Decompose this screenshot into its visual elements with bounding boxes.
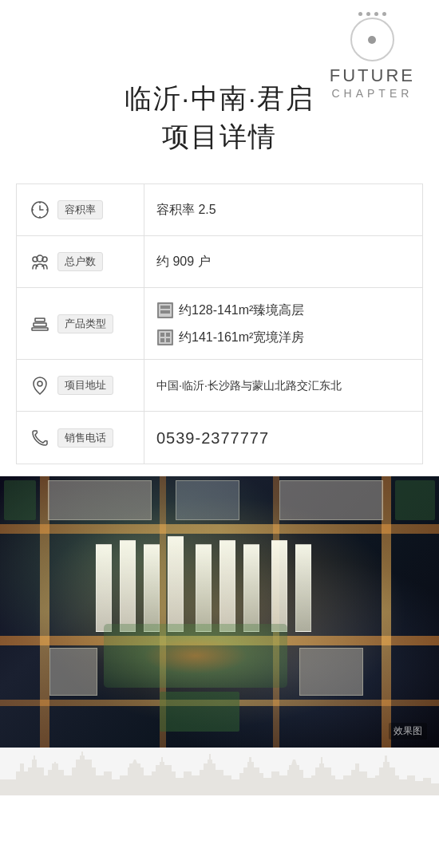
chapter-text: CHAPTER [330,86,415,102]
plot-ratio-icon [29,199,51,221]
building-block-3 [279,480,383,520]
svg-rect-9 [34,323,46,326]
svg-rect-17 [160,333,164,337]
info-row-plot-ratio: 容积率 容积率 2.5 [17,184,422,236]
svg-rect-19 [160,338,164,342]
tower-1 [96,544,112,632]
info-value-product-type: 约128-141m²臻境高层 约141-161m²宽境洋房 [144,288,422,359]
product-value-1: 约128-141m²臻境高层 [179,300,304,321]
info-row-phone: 销售电话 0539-2377777 [17,412,422,464]
svg-point-21 [38,381,42,386]
info-label-household: 总户数 [17,236,144,287]
product-value-2: 约141-161m²宽境洋房 [179,327,304,348]
phone-value: 0539-2377777 [156,425,410,451]
logo-dot-2 [366,12,370,16]
info-row-household: 总户数 约 909 户 [17,236,422,288]
svg-rect-8 [32,328,48,330]
aerial-image-section: 效果图 [0,476,439,748]
info-label-plot-ratio: 容积率 [17,184,144,235]
address-icon [29,374,51,397]
svg-rect-18 [166,333,170,337]
building-block-1 [48,480,152,520]
future-chapter-logo: FUTURE CHAPTER [330,12,415,102]
city-overlay [0,476,439,748]
tower-8 [271,540,287,632]
skyline-svg [0,748,439,795]
plot-ratio-value: 容积率 2.5 [156,199,410,220]
info-value-address: 中国·临沂·长沙路与蒙山北路交汇东北 [144,360,422,411]
household-icon [29,251,51,273]
info-row-address: 项目地址 中国·临沂·长沙路与蒙山北路交汇东北 [17,360,422,412]
info-value-household: 约 909 户 [144,236,422,287]
label-tag-phone: 销售电话 [57,428,113,448]
logo-dot-4 [382,12,386,16]
watermark: 效果图 [389,723,427,740]
info-value-phone: 0539-2377777 [144,412,422,464]
central-garden [104,624,287,688]
tower-7 [243,544,259,632]
green-area-3 [4,480,36,520]
logo-dot-3 [374,12,378,16]
label-tag-product-type: 产品类型 [57,314,113,333]
info-value-plot-ratio: 容积率 2.5 [144,184,422,235]
label-tag-address: 项目地址 [57,376,113,395]
green-area-2 [395,480,435,520]
page-container: FUTURE CHAPTER 临沂·中南·君启 项目详情 [0,0,439,868]
svg-rect-10 [35,318,45,322]
logo-circle [350,18,394,61]
household-value: 约 909 户 [156,251,410,272]
svg-rect-20 [166,338,170,342]
lower-block-1 [49,648,97,696]
logo-circle-inner [368,36,376,44]
tower-2 [120,540,136,632]
info-row-product-type: 产品类型 约128-141m²臻境高层 [17,288,422,360]
main-development [80,536,319,632]
header-section: FUTURE CHAPTER 临沂·中南·君启 项目详情 [0,0,439,176]
tower-9 [295,544,311,632]
phone-icon [29,427,51,449]
tower-5 [196,544,212,632]
product-item-2: 约141-161m²宽境洋房 [156,327,410,348]
building-block-2 [176,480,239,520]
future-text: FUTURE [330,65,415,86]
tower-4 [168,536,184,632]
info-label-product-type: 产品类型 [17,288,144,359]
product-type-icon [29,313,51,335]
info-label-address: 项目地址 [17,360,144,411]
green-area-1 [160,692,239,732]
info-label-phone: 销售电话 [17,412,144,464]
svg-rect-14 [160,310,170,314]
svg-rect-13 [160,306,170,309]
aerial-image: 效果图 [0,476,439,748]
skyline-section [0,748,439,795]
info-table: 容积率 容积率 2.5 总户数 [16,183,423,464]
label-tag-household: 总户数 [57,252,103,271]
lower-block-2 [299,648,363,696]
title-line2: 项目详情 [24,118,415,156]
label-tag-plot-ratio: 容积率 [57,200,103,219]
product-item-1: 约128-141m²臻境高层 [156,300,410,321]
road-horizontal-1 [0,524,439,534]
tower-3 [144,544,160,632]
address-value: 中国·临沂·长沙路与蒙山北路交汇东北 [156,377,410,394]
logo-dot-1 [358,12,362,16]
tower-6 [220,540,235,632]
